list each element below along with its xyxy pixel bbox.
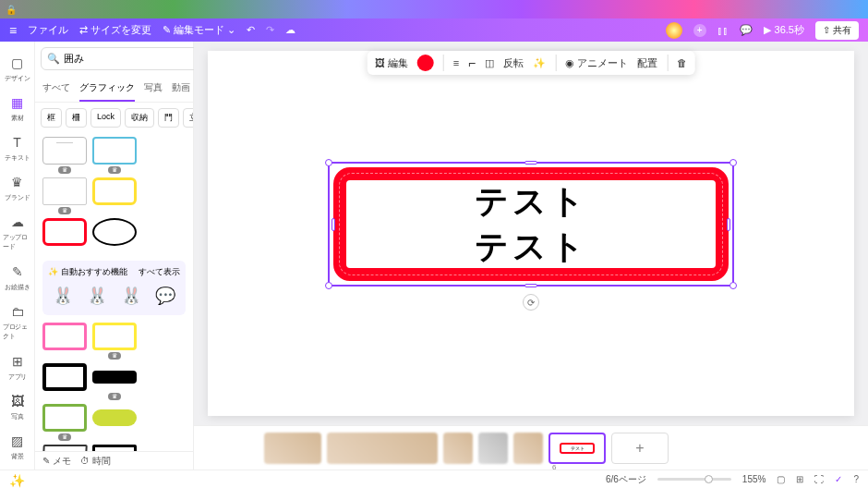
share-button[interactable]: ⇧ 共有 [815, 21, 859, 40]
search-input-wrapper[interactable]: 🔍 ⓧ [41, 47, 212, 70]
element-item[interactable]: ♛ [92, 363, 137, 398]
element-item[interactable] [42, 218, 87, 253]
element-item[interactable] [92, 404, 137, 439]
reco-item[interactable]: 🐰 [117, 282, 145, 310]
effects-button[interactable]: ✨ [533, 57, 546, 69]
element-item[interactable] [92, 177, 137, 213]
hamburger-icon[interactable]: ≡ [9, 23, 17, 38]
rail-app[interactable]: ⊞アプリ [0, 348, 34, 387]
elements-grid[interactable]: ♛ ♛ ♛ ✨ 自動おすすめ機能すべて表示 🐰 🐰 🐰 💬 ♛ ♛ ♛ ♛ [35, 133, 193, 451]
comment-icon[interactable]: 💬 [740, 24, 753, 36]
reco-item[interactable]: 💬 [151, 282, 179, 310]
menu-resize[interactable]: ⇄ サイズを変更 [79, 23, 151, 37]
page-indicator[interactable]: 6/6ページ [606, 473, 646, 486]
check-button[interactable]: ✓ [835, 474, 842, 484]
element-item[interactable] [92, 218, 137, 253]
rail-magic[interactable]: ✨マジック生成 [0, 467, 34, 488]
chip[interactable]: 框 [41, 108, 62, 128]
element-item[interactable]: ♛ [92, 445, 137, 451]
text-line-2[interactable]: テスト [475, 225, 588, 270]
page-thumb-4[interactable] [478, 433, 508, 464]
crop-button[interactable]: ◫ [485, 57, 494, 69]
element-item[interactable]: ♛ [42, 177, 87, 213]
analytics-icon[interactable]: ⫿⫿ [717, 25, 729, 36]
fill-color-button[interactable] [417, 55, 434, 71]
tab-graphic[interactable]: グラフィック [79, 76, 135, 102]
rail-photo[interactable]: 🖼写真 [0, 387, 34, 427]
cloud-sync-icon[interactable]: ☁ [285, 24, 295, 36]
chip[interactable]: Lock [90, 108, 121, 128]
transparency-button[interactable]: 🗑 [677, 57, 687, 68]
page-timeline: テスト 6 + [194, 425, 868, 470]
reco-show-all[interactable]: すべて表示 [139, 266, 180, 278]
corner-button[interactable]: ⌐ [468, 55, 476, 70]
grid-view-button[interactable]: ⊞ [796, 474, 803, 484]
resize-handle-br[interactable] [729, 282, 737, 289]
rail-elements[interactable]: ▦素材 [0, 89, 34, 128]
page-thumb-6-active[interactable]: テスト 6 [549, 433, 606, 464]
view-mode-button[interactable]: ▢ [777, 474, 785, 484]
resize-handle-tr[interactable] [729, 159, 737, 166]
resize-edge-right[interactable] [727, 218, 730, 231]
rail-draw[interactable]: ✎お絵描き [0, 258, 34, 298]
play-button[interactable]: ▶ 36.5秒 [764, 23, 804, 37]
add-page-button[interactable]: + [611, 433, 669, 464]
line-style-button[interactable]: ≡ [453, 57, 459, 68]
element-item[interactable]: ♛ [42, 137, 87, 172]
resize-handle-tl[interactable] [325, 159, 332, 166]
position-button[interactable]: 配置 [637, 56, 657, 70]
animate-button[interactable]: ◉ アニメート [565, 56, 628, 70]
bg-icon: ▨ [9, 433, 26, 449]
rail-design[interactable]: ▢デザイン [0, 49, 34, 89]
rail-brand[interactable]: ♛ブランド [0, 168, 34, 208]
menu-edit-mode[interactable]: ✎ 編集モード ⌄ [163, 23, 235, 37]
tab-photo[interactable]: 写真 [144, 76, 163, 102]
redo-button[interactable]: ↷ [266, 24, 274, 36]
memo-button[interactable]: ✎ メモ [42, 455, 71, 468]
canvas[interactable]: テスト テスト ⟳ [194, 42, 868, 425]
tab-all[interactable]: すべて [42, 76, 70, 102]
edit-image-button[interactable]: 🖼 編集 [375, 56, 408, 70]
undo-button[interactable]: ↶ [247, 24, 255, 36]
page-thumb-2[interactable] [327, 433, 438, 464]
rail-bg[interactable]: ▨背景 [0, 427, 34, 467]
element-item[interactable] [42, 323, 87, 358]
resize-edge-top[interactable] [524, 161, 537, 165]
resize-handle-bl[interactable] [325, 282, 332, 289]
chip[interactable]: 立方 [183, 108, 193, 128]
zoom-slider[interactable] [657, 478, 731, 481]
rail-text[interactable]: Tテキスト [0, 128, 34, 168]
page[interactable]: テスト テスト ⟳ [208, 51, 854, 416]
element-item[interactable] [42, 363, 87, 398]
page-thumb-1[interactable] [264, 433, 321, 464]
red-frame-element[interactable]: テスト テスト [333, 167, 729, 281]
search-input[interactable] [64, 54, 191, 65]
flip-button[interactable]: 反転 [503, 56, 524, 70]
zoom-value[interactable]: 155% [742, 474, 766, 484]
user-avatar[interactable] [666, 22, 682, 39]
fullscreen-button[interactable]: ⛶ [814, 474, 824, 484]
selection-box[interactable]: テスト テスト ⟳ [328, 162, 734, 287]
chip[interactable]: 収納 [125, 108, 154, 128]
element-item[interactable]: ♛ [42, 404, 87, 439]
time-button[interactable]: ⏱ 時間 [80, 455, 111, 468]
reco-item[interactable]: 🐰 [49, 282, 77, 310]
rail-upload[interactable]: ☁アップロード [0, 208, 34, 258]
element-item[interactable]: ♛ [92, 323, 137, 358]
reco-item[interactable]: 🐰 [83, 282, 111, 310]
chip[interactable]: 門 [158, 108, 179, 128]
menu-file[interactable]: ファイル [28, 23, 68, 37]
element-item[interactable]: ♛ [92, 137, 137, 172]
page-thumb-5[interactable] [513, 433, 543, 464]
rotate-handle[interactable]: ⟳ [523, 294, 539, 311]
resize-edge-bottom[interactable] [524, 284, 537, 287]
help-button[interactable]: ? [853, 474, 859, 484]
text-line-1[interactable]: テスト [475, 179, 588, 225]
tab-video[interactable]: 動画 [172, 76, 190, 102]
add-member-button[interactable]: + [693, 24, 706, 37]
resize-edge-left[interactable] [332, 218, 335, 231]
page-thumb-3[interactable] [443, 433, 473, 464]
element-item[interactable]: ♛ [42, 445, 87, 451]
chip[interactable]: 柵 [66, 108, 87, 128]
rail-project[interactable]: 🗀プロジェクト [0, 298, 34, 348]
